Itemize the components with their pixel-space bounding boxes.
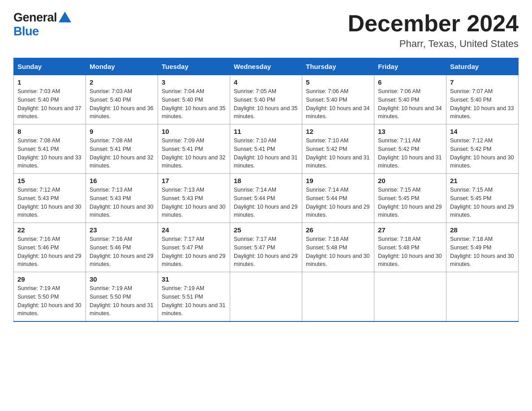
day-info: Sunrise: 7:19 AMSunset: 5:50 PMDaylight:…: [17, 284, 82, 318]
day-number: 23: [90, 226, 154, 234]
day-info: Sunrise: 7:04 AMSunset: 5:40 PMDaylight:…: [162, 87, 226, 121]
calendar-cell: 7 Sunrise: 7:07 AMSunset: 5:40 PMDayligh…: [446, 75, 519, 124]
title-block: December 2024 Pharr, Texas, United State…: [348, 11, 519, 50]
calendar-cell: [230, 272, 302, 322]
calendar-cell: 9 Sunrise: 7:08 AMSunset: 5:41 PMDayligh…: [86, 124, 158, 174]
col-friday: Friday: [374, 58, 446, 75]
day-number: 3: [162, 78, 226, 86]
day-number: 5: [306, 78, 370, 86]
day-info: Sunrise: 7:16 AMSunset: 5:46 PMDaylight:…: [17, 235, 82, 269]
day-number: 19: [306, 177, 370, 184]
calendar-cell: 14 Sunrise: 7:12 AMSunset: 5:42 PMDaylig…: [446, 124, 519, 174]
day-number: 16: [90, 177, 154, 184]
day-info: Sunrise: 7:16 AMSunset: 5:46 PMDaylight:…: [90, 235, 154, 269]
calendar-cell: 1 Sunrise: 7:03 AMSunset: 5:40 PMDayligh…: [14, 75, 86, 124]
day-info: Sunrise: 7:12 AMSunset: 5:42 PMDaylight:…: [450, 137, 515, 170]
day-info: Sunrise: 7:09 AMSunset: 5:41 PMDaylight:…: [162, 137, 226, 170]
day-info: Sunrise: 7:17 AMSunset: 5:47 PMDaylight:…: [234, 235, 298, 269]
calendar-cell: [446, 272, 519, 322]
calendar-cell: 27 Sunrise: 7:18 AMSunset: 5:48 PMDaylig…: [374, 223, 446, 272]
day-info: Sunrise: 7:18 AMSunset: 5:48 PMDaylight:…: [378, 235, 442, 269]
logo-general-text: General: [13, 11, 57, 25]
day-info: Sunrise: 7:18 AMSunset: 5:49 PMDaylight:…: [450, 235, 515, 269]
day-info: Sunrise: 7:10 AMSunset: 5:41 PMDaylight:…: [234, 137, 298, 170]
col-sunday: Sunday: [14, 58, 86, 75]
day-info: Sunrise: 7:08 AMSunset: 5:41 PMDaylight:…: [17, 137, 82, 170]
day-info: Sunrise: 7:08 AMSunset: 5:41 PMDaylight:…: [90, 137, 154, 170]
calendar-cell: 5 Sunrise: 7:06 AMSunset: 5:40 PMDayligh…: [302, 75, 374, 124]
calendar-cell: [302, 272, 374, 322]
day-number: 12: [306, 128, 370, 135]
calendar-cell: 6 Sunrise: 7:06 AMSunset: 5:40 PMDayligh…: [374, 75, 446, 124]
day-number: 17: [162, 177, 226, 184]
calendar-cell: 28 Sunrise: 7:18 AMSunset: 5:49 PMDaylig…: [446, 223, 519, 272]
day-number: 28: [450, 226, 515, 234]
calendar-cell: 15 Sunrise: 7:12 AMSunset: 5:43 PMDaylig…: [14, 174, 86, 223]
day-number: 21: [450, 177, 515, 184]
day-number: 26: [306, 226, 370, 234]
calendar-cell: 8 Sunrise: 7:08 AMSunset: 5:41 PMDayligh…: [14, 124, 86, 174]
day-number: 9: [90, 128, 154, 135]
day-info: Sunrise: 7:18 AMSunset: 5:48 PMDaylight:…: [306, 235, 370, 269]
calendar-cell: 24 Sunrise: 7:17 AMSunset: 5:47 PMDaylig…: [158, 223, 230, 272]
page: General Blue December 2024 Pharr, Texas,…: [0, 0, 532, 333]
day-number: 27: [378, 226, 442, 234]
calendar-cell: 30 Sunrise: 7:19 AMSunset: 5:50 PMDaylig…: [86, 272, 158, 322]
calendar-title: December 2024: [348, 11, 519, 36]
col-thursday: Thursday: [302, 58, 374, 75]
day-number: 11: [234, 128, 298, 135]
day-info: Sunrise: 7:06 AMSunset: 5:40 PMDaylight:…: [306, 87, 370, 121]
calendar-cell: 26 Sunrise: 7:18 AMSunset: 5:48 PMDaylig…: [302, 223, 374, 272]
svg-marker-0: [59, 12, 71, 22]
calendar-cell: 18 Sunrise: 7:14 AMSunset: 5:44 PMDaylig…: [230, 174, 302, 223]
calendar-subtitle: Pharr, Texas, United States: [348, 38, 519, 50]
calendar-cell: 2 Sunrise: 7:03 AMSunset: 5:40 PMDayligh…: [86, 75, 158, 124]
day-number: 2: [90, 78, 154, 86]
day-info: Sunrise: 7:12 AMSunset: 5:43 PMDaylight:…: [17, 186, 82, 219]
day-info: Sunrise: 7:03 AMSunset: 5:40 PMDaylight:…: [17, 87, 82, 121]
calendar-cell: [374, 272, 446, 322]
day-number: 15: [17, 177, 82, 184]
day-number: 8: [17, 128, 82, 135]
calendar-cell: 10 Sunrise: 7:09 AMSunset: 5:41 PMDaylig…: [158, 124, 230, 174]
day-info: Sunrise: 7:15 AMSunset: 5:45 PMDaylight:…: [378, 186, 442, 219]
day-info: Sunrise: 7:03 AMSunset: 5:40 PMDaylight:…: [90, 87, 154, 121]
header: General Blue December 2024 Pharr, Texas,…: [13, 11, 519, 50]
calendar-cell: 22 Sunrise: 7:16 AMSunset: 5:46 PMDaylig…: [14, 223, 86, 272]
day-number: 30: [90, 275, 154, 283]
day-info: Sunrise: 7:19 AMSunset: 5:50 PMDaylight:…: [90, 284, 154, 318]
calendar-header-row: Sunday Monday Tuesday Wednesday Thursday…: [14, 58, 519, 75]
day-info: Sunrise: 7:10 AMSunset: 5:42 PMDaylight:…: [306, 137, 370, 170]
day-number: 1: [17, 78, 82, 86]
calendar-cell: 17 Sunrise: 7:13 AMSunset: 5:43 PMDaylig…: [158, 174, 230, 223]
day-number: 6: [378, 78, 442, 86]
calendar-week-5: 29 Sunrise: 7:19 AMSunset: 5:50 PMDaylig…: [14, 272, 519, 322]
day-info: Sunrise: 7:17 AMSunset: 5:47 PMDaylight:…: [162, 235, 226, 269]
calendar-cell: 31 Sunrise: 7:19 AMSunset: 5:51 PMDaylig…: [158, 272, 230, 322]
day-info: Sunrise: 7:14 AMSunset: 5:44 PMDaylight:…: [234, 186, 298, 219]
day-info: Sunrise: 7:07 AMSunset: 5:40 PMDaylight:…: [450, 87, 515, 121]
calendar-cell: 13 Sunrise: 7:11 AMSunset: 5:42 PMDaylig…: [374, 124, 446, 174]
logo-blue-text: Blue: [13, 25, 39, 39]
calendar-week-2: 8 Sunrise: 7:08 AMSunset: 5:41 PMDayligh…: [14, 124, 519, 174]
calendar-cell: 25 Sunrise: 7:17 AMSunset: 5:47 PMDaylig…: [230, 223, 302, 272]
logo-arrow-icon: [59, 12, 71, 24]
day-number: 14: [450, 128, 515, 135]
day-info: Sunrise: 7:14 AMSunset: 5:44 PMDaylight:…: [306, 186, 370, 219]
day-info: Sunrise: 7:19 AMSunset: 5:51 PMDaylight:…: [162, 284, 226, 318]
day-number: 24: [162, 226, 226, 234]
day-number: 4: [234, 78, 298, 86]
day-number: 20: [378, 177, 442, 184]
calendar-table: Sunday Monday Tuesday Wednesday Thursday…: [13, 58, 519, 322]
day-number: 22: [17, 226, 82, 234]
calendar-cell: 29 Sunrise: 7:19 AMSunset: 5:50 PMDaylig…: [14, 272, 86, 322]
calendar-cell: 23 Sunrise: 7:16 AMSunset: 5:46 PMDaylig…: [86, 223, 158, 272]
day-number: 7: [450, 78, 515, 86]
calendar-cell: 20 Sunrise: 7:15 AMSunset: 5:45 PMDaylig…: [374, 174, 446, 223]
day-info: Sunrise: 7:13 AMSunset: 5:43 PMDaylight:…: [90, 186, 154, 219]
calendar-week-3: 15 Sunrise: 7:12 AMSunset: 5:43 PMDaylig…: [14, 174, 519, 223]
calendar-cell: 21 Sunrise: 7:15 AMSunset: 5:45 PMDaylig…: [446, 174, 519, 223]
day-info: Sunrise: 7:15 AMSunset: 5:45 PMDaylight:…: [450, 186, 515, 219]
col-monday: Monday: [86, 58, 158, 75]
day-number: 29: [17, 275, 82, 283]
